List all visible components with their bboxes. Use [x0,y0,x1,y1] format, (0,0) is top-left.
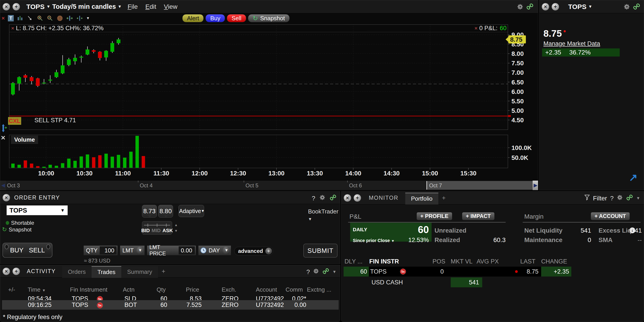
column-header[interactable]: Exctng ... [307,286,331,293]
stop-order-label[interactable]: SELL STP 4.71 [34,117,76,124]
column-header[interactable]: DLY ... [344,258,362,265]
gear-icon[interactable] [617,194,623,202]
chart-time-scrollbar[interactable]: ◀ Oct 3 Oct 4 Oct 5 Oct 6 Oct 7 ▶ [0,180,538,190]
bid-price-button[interactable]: 8.73 [142,205,157,217]
add-tab-button[interactable]: + [442,194,446,202]
tif-dropdown[interactable]: DAY ▼ [198,245,231,255]
close-icon[interactable]: × [344,194,351,202]
ask-price-button[interactable]: 8.80 [158,205,173,217]
column-header[interactable]: POS [432,258,445,265]
chart-style-icon[interactable] [17,15,24,22]
sell-button[interactable]: Sell [227,14,246,22]
scrollbar-thumb[interactable] [426,181,532,190]
tab-summary[interactable]: Summary [121,266,158,278]
menu-file[interactable]: File [128,3,138,10]
timeframe-dropdown[interactable]: Today/5 min candles [52,3,116,10]
zoom-out-icon[interactable] [46,15,53,22]
column-header[interactable]: Price [186,286,199,293]
column-header[interactable]: Actn [123,286,134,293]
alert-button[interactable]: Alert [182,14,204,22]
close-icon[interactable]: × [542,3,549,11]
close-icon[interactable]: × [2,3,10,11]
buy-sell-toggle[interactable]: BUYSELL [2,243,52,258]
order-symbol-combo[interactable]: TOPS▼ [6,205,68,215]
cursor-tool-icon[interactable] [27,15,34,22]
quote-symbol-dropdown[interactable]: TOPS [568,3,586,11]
filter-label[interactable]: Filter [593,195,607,202]
filter-icon[interactable] [584,195,590,202]
close-icon[interactable]: × [2,267,10,275]
column-header[interactable]: Fin Instrument [70,286,107,293]
column-header[interactable]: MKT VL [451,258,472,265]
buy-button[interactable]: Buy [206,14,225,22]
column-header[interactable]: FIN INSTR [369,258,399,265]
tab-trades[interactable]: Trades [92,266,121,278]
toolbar-more-icon[interactable]: ▼ [86,16,90,20]
add-icon[interactable]: + [552,3,559,11]
help-icon[interactable]: ? [312,195,315,202]
close-icon[interactable]: × [2,15,5,22]
algo-dropdown[interactable]: Adaptive ▼ [178,205,204,217]
column-header[interactable]: Account [256,286,277,293]
column-header[interactable]: +/- [8,286,15,293]
table-row[interactable]: USD CASH 541 [344,277,571,287]
expand-horizontal-icon[interactable] [66,15,73,22]
menu-edit[interactable]: Edit [145,3,156,10]
crosshair-globe-icon[interactable] [56,15,63,22]
tab-orders[interactable]: Orders [62,266,92,278]
gear-icon[interactable] [517,4,524,11]
text-annotation-icon[interactable]: T [8,15,14,22]
menu-view[interactable]: View [164,3,177,10]
link-group-icon[interactable] [322,268,329,276]
add-icon[interactable]: + [12,267,20,275]
column-header[interactable]: Exch. [222,286,236,293]
add-icon[interactable]: + [12,3,20,11]
popout-arrow-icon[interactable]: ↗ [629,171,638,184]
column-header[interactable]: CHANGE [541,258,567,265]
help-icon[interactable]: ? [610,195,614,202]
account-button[interactable]: + ACCOUNT [591,212,630,220]
snapshot-button[interactable]: ↻Snapshot [248,14,290,22]
add-icon[interactable]: + [354,194,361,202]
scroll-left-icon[interactable]: ◀ [0,181,6,190]
cancel-order-button[interactable]: CXL [8,117,21,125]
link-group-icon[interactable] [626,194,633,202]
chevron-down-icon[interactable]: ▼ [636,196,640,201]
booktrader-dropdown[interactable]: BookTrader ▼ [308,208,340,222]
help-icon[interactable]: ? [306,268,310,276]
column-header[interactable]: LAST [520,258,536,265]
gear-icon[interactable] [313,268,319,276]
gear-icon[interactable] [319,194,326,202]
profile-button[interactable]: + PROFILE [416,212,452,220]
zoom-in-icon[interactable] [37,15,44,22]
price-chart[interactable]: 9.008.508.007.507.006.506.005.505.004.50… [0,23,538,180]
close-icon[interactable]: × [2,194,10,202]
close-icon[interactable]: × [474,26,478,31]
table-row[interactable]: 60 TOPS 5x 0 8.75 +2.35 [344,267,571,276]
column-header[interactable]: Comm [286,286,303,293]
column-header[interactable]: AVG PX [476,258,499,265]
column-header[interactable]: Time ▼ [28,286,46,293]
manage-market-data-link[interactable]: Manage Market Data [544,40,600,47]
close-icon[interactable]: ✕ [1,134,6,141]
slider-down-icon[interactable]: ▼ [174,229,178,233]
quantity-field[interactable]: QTY 100 [84,245,118,255]
advanced-button[interactable]: advanced + [234,247,273,255]
column-header[interactable]: Qty [156,286,166,293]
scroll-right-icon[interactable]: ▶ [532,181,538,190]
compress-horizontal-icon[interactable] [76,15,83,22]
add-tab-button[interactable]: + [162,268,165,275]
close-icon[interactable]: × [11,26,14,31]
daily-pnl-box[interactable]: DAILY 60 Since prior Close ▼ 12.53% [350,223,432,242]
link-group-icon[interactable] [633,3,640,11]
tab-portfolio[interactable]: Portfolio [405,193,438,204]
submit-button[interactable]: SUBMIT [303,244,338,258]
link-group-icon[interactable] [330,194,336,202]
limit-price-field[interactable]: LMT PRICE 0.00 [147,245,196,255]
impact-button[interactable]: + IMPACT [462,212,494,220]
order-marker-icon[interactable] [0,124,8,134]
price-slider[interactable]: BID MID ASK [142,221,172,235]
link-group-icon[interactable] [526,3,534,11]
order-type-dropdown[interactable]: LMT ▼ [120,245,145,255]
gear-icon[interactable] [624,4,630,11]
